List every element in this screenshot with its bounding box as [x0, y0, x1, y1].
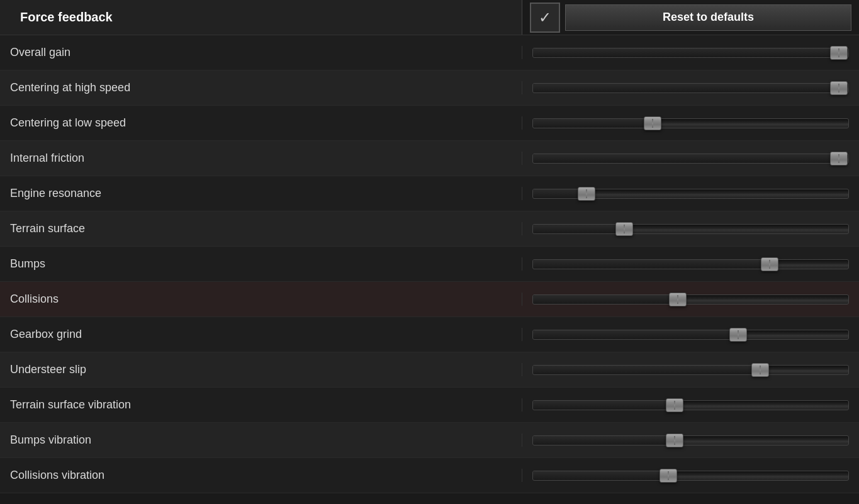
setting-row-engine-resonance[interactable]: Engine resonance [0, 176, 859, 211]
slider-fill-internal-friction [533, 154, 839, 163]
setting-row-centering-low-speed[interactable]: Centering at low speed [0, 106, 859, 141]
slider-track-overall-gain[interactable] [532, 48, 849, 58]
label-centering-high-speed: Centering at high speed [0, 81, 522, 94]
slider-track-engine-resonance[interactable] [532, 189, 849, 199]
setting-row-gearbox-grind[interactable]: Gearbox grind [0, 317, 859, 352]
reset-button[interactable]: Reset to defaults [565, 4, 851, 31]
slider-thumb-terrain-surface-vibration[interactable] [666, 398, 683, 412]
slider-fill-understeer-slip [533, 366, 760, 374]
slider-fill-bumps-vibration [533, 436, 675, 445]
slider-track-gearbox-grind[interactable] [532, 330, 849, 340]
setting-row-collisions-vibration[interactable]: Collisions vibration [0, 458, 859, 493]
setting-row-collisions[interactable]: Collisions [0, 282, 859, 317]
slider-fill-collisions-vibration [533, 471, 668, 480]
slider-fill-centering-low-speed [533, 119, 653, 128]
label-overall-gain: Overall gain [0, 46, 522, 59]
slider-fill-terrain-surface-vibration [533, 401, 675, 410]
setting-row-overall-gain[interactable]: Overall gain [0, 35, 859, 70]
slider-thumb-gearbox-grind[interactable] [729, 328, 747, 342]
slider-track-bumps-vibration[interactable] [532, 435, 849, 445]
label-collisions: Collisions [0, 293, 522, 306]
slider-track-understeer-slip[interactable] [532, 365, 849, 375]
slider-area-internal-friction[interactable] [522, 154, 859, 164]
label-understeer-slip: Understeer slip [0, 363, 522, 376]
slider-thumb-centering-low-speed[interactable] [644, 116, 661, 130]
slider-area-bumps[interactable] [522, 259, 859, 269]
label-terrain-surface: Terrain surface [0, 222, 522, 235]
header-left: Force feedback [0, 0, 522, 35]
slider-thumb-collisions[interactable] [669, 293, 687, 306]
slider-thumb-overall-gain[interactable] [830, 46, 848, 60]
slider-fill-gearbox-grind [533, 330, 738, 339]
slider-thumb-understeer-slip[interactable] [751, 363, 769, 377]
slider-track-centering-high-speed[interactable] [532, 83, 849, 93]
slider-area-centering-low-speed[interactable] [522, 118, 859, 128]
label-internal-friction: Internal friction [0, 152, 522, 165]
setting-row-centering-high-speed[interactable]: Centering at high speed [0, 70, 859, 106]
slider-area-collisions[interactable] [522, 294, 859, 305]
header-right: ✓ Reset to defaults [522, 0, 859, 35]
label-centering-low-speed: Centering at low speed [0, 116, 522, 130]
slider-thumb-collisions-vibration[interactable] [660, 469, 677, 483]
label-collisions-vibration: Collisions vibration [0, 469, 522, 482]
slider-thumb-centering-high-speed[interactable] [830, 81, 848, 95]
slider-fill-collisions [533, 295, 678, 304]
slider-area-overall-gain[interactable] [522, 48, 859, 58]
slider-area-engine-resonance[interactable] [522, 189, 859, 199]
settings-list: Overall gainCentering at high speedCente… [0, 35, 859, 504]
slider-area-understeer-slip[interactable] [522, 365, 859, 375]
slider-area-gearbox-grind[interactable] [522, 330, 859, 340]
slider-fill-terrain-surface [533, 225, 624, 233]
slider-thumb-bumps-vibration[interactable] [666, 434, 683, 447]
slider-thumb-terrain-surface[interactable] [615, 222, 633, 236]
slider-area-bumps-vibration[interactable] [522, 435, 859, 445]
setting-row-bumps[interactable]: Bumps [0, 247, 859, 282]
slider-area-collisions-vibration[interactable] [522, 471, 859, 481]
label-bumps: Bumps [0, 257, 522, 271]
label-bumps-vibration: Bumps vibration [0, 434, 522, 447]
slider-track-bumps[interactable] [532, 259, 849, 269]
slider-track-internal-friction[interactable] [532, 154, 849, 164]
slider-track-centering-low-speed[interactable] [532, 118, 849, 128]
slider-track-terrain-surface[interactable] [532, 224, 849, 234]
slider-fill-centering-high-speed [533, 84, 839, 92]
label-gearbox-grind: Gearbox grind [0, 328, 522, 341]
slider-fill-bumps [533, 260, 770, 269]
setting-row-terrain-surface[interactable]: Terrain surface [0, 211, 859, 247]
slider-track-terrain-surface-vibration[interactable] [532, 400, 849, 410]
header-row: Force feedback ✓ Reset to defaults [0, 0, 859, 35]
slider-thumb-bumps[interactable] [761, 257, 778, 271]
header-title: Force feedback [10, 10, 113, 25]
slider-track-collisions-vibration[interactable] [532, 471, 849, 481]
setting-row-internal-friction[interactable]: Internal friction [0, 141, 859, 176]
slider-track-collisions[interactable] [532, 294, 849, 305]
slider-area-terrain-surface[interactable] [522, 224, 859, 234]
slider-fill-overall-gain [533, 48, 839, 57]
slider-area-terrain-surface-vibration[interactable] [522, 400, 859, 410]
setting-row-understeer-slip[interactable]: Understeer slip [0, 352, 859, 388]
setting-row-bumps-vibration[interactable]: Bumps vibration [0, 423, 859, 458]
slider-area-centering-high-speed[interactable] [522, 83, 859, 93]
setting-row-terrain-surface-vibration[interactable]: Terrain surface vibration [0, 388, 859, 423]
enable-checkbox[interactable]: ✓ [530, 3, 560, 33]
slider-thumb-internal-friction[interactable] [830, 152, 848, 165]
slider-thumb-engine-resonance[interactable] [578, 187, 595, 201]
label-terrain-surface-vibration: Terrain surface vibration [0, 398, 522, 412]
checkmark-icon: ✓ [539, 9, 551, 26]
label-engine-resonance: Engine resonance [0, 187, 522, 200]
